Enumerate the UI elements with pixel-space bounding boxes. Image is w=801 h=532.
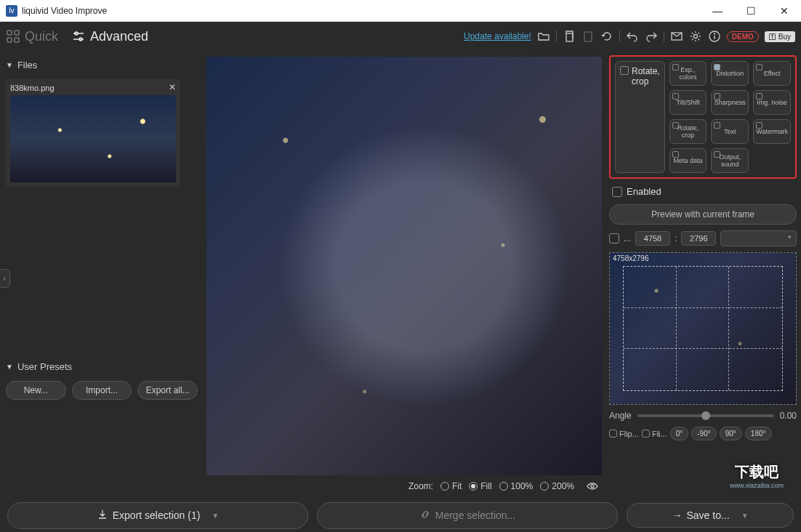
aspect-dropdown[interactable] (720, 230, 797, 246)
file-name: 838kmo.png (10, 84, 176, 92)
minimize-button[interactable]: — (701, 0, 734, 22)
module-img-noise[interactable]: Img. noise (753, 90, 791, 115)
aspect-lock-checkbox[interactable] (609, 233, 619, 243)
chevron-down-icon: ▼ (6, 363, 13, 371)
presets-header-label: User Presets (17, 361, 72, 372)
svg-point-15 (591, 485, 594, 488)
mode-advanced-tab[interactable]: Advanced (71, 29, 148, 44)
module-main-label: Rotate, crop (632, 66, 660, 86)
info-icon[interactable] (708, 30, 721, 43)
zoom-200-option[interactable]: 200% (540, 481, 574, 491)
maximize-button[interactable]: ☐ (734, 0, 768, 22)
zoom-fill-option[interactable]: Fill (469, 481, 491, 491)
key-icon: ⚿ (769, 33, 776, 41)
preset-new-button[interactable]: New... (6, 381, 66, 400)
file-card[interactable]: 838kmo.png ✕ ≡ (6, 79, 180, 187)
reset-icon[interactable] (600, 30, 613, 43)
export-label: Export selection (1) (113, 509, 201, 521)
rotate-90-button[interactable]: 90° (720, 427, 742, 440)
crop-preview[interactable]: 4758x2796 (609, 252, 797, 405)
files-header[interactable]: ▼ Files (6, 57, 198, 73)
mode-quick-tab[interactable]: Quick (6, 29, 58, 44)
module-effect[interactable]: Effect (753, 61, 791, 86)
grid-icon (6, 29, 20, 44)
checkbox-icon (612, 187, 622, 197)
file-remove-icon[interactable]: ✕ (169, 82, 176, 92)
angle-row: Angle 0.00 (609, 411, 797, 421)
flip-h-toggle[interactable]: Flip... (609, 430, 639, 438)
height-input[interactable]: 2796 (681, 231, 716, 246)
buy-label: Buy (778, 33, 791, 41)
window-title: liquivid Video Improve (22, 6, 107, 16)
link-icon (419, 509, 431, 523)
flip-v-toggle[interactable]: Fli... (642, 430, 667, 438)
sliders-icon (71, 29, 86, 44)
preset-export-button[interactable]: Export all... (137, 381, 198, 400)
rotate-180-button[interactable]: 180° (745, 427, 772, 440)
crop-dimensions-label: 4758x2796 (613, 254, 649, 262)
module-text[interactable]: Text (711, 119, 749, 144)
module-output-sound[interactable]: Output, sound (711, 148, 749, 173)
preview-frame-button[interactable]: Preview with current frame (609, 204, 797, 225)
app-icon: lv (6, 5, 17, 17)
main-preview[interactable] (206, 57, 602, 475)
undo-icon[interactable] (626, 30, 639, 43)
width-input[interactable]: 4758 (635, 231, 670, 246)
enabled-toggle[interactable]: Enabled (609, 185, 797, 198)
preset-import-button[interactable]: Import... (72, 381, 132, 400)
svg-rect-1 (15, 31, 19, 35)
left-panel: ▼ Files 838kmo.png ✕ ≡ ▼ User Presets Ne… (0, 51, 204, 499)
mode-advanced-label: Advanced (90, 29, 148, 44)
module-watermark[interactable]: Watermark (753, 119, 791, 144)
module-meta-data[interactable]: Meta data (669, 148, 707, 173)
right-panel: Rotate, crop Exp., colors Distortion Eff… (605, 51, 801, 499)
mail-icon[interactable] (670, 30, 683, 43)
save-label: Save to... (686, 509, 729, 521)
svg-point-11 (693, 35, 697, 39)
merge-selection-button[interactable]: Merge selection... (317, 502, 618, 529)
angle-value: 0.00 (780, 411, 797, 421)
bottom-bar: Export selection (1) ▼ Merge selection..… (0, 499, 801, 532)
mode-quick-label: Quick (25, 29, 58, 44)
chevron-down-icon: ▼ (6, 61, 13, 69)
zoom-fit-option[interactable]: Fit (440, 481, 462, 491)
zoom-controls: Zoom: Fit Fill 100% 200% (206, 475, 602, 493)
titlebar: lv liquivid Video Improve — ☐ ✕ (0, 0, 801, 22)
file-thumbnail (10, 95, 176, 182)
angle-slider[interactable] (637, 414, 774, 417)
close-button[interactable]: ✕ (768, 0, 801, 22)
module-sharpness[interactable]: Sharpness (711, 90, 749, 115)
svg-point-14 (714, 33, 715, 34)
zoom-label: Zoom: (408, 481, 433, 491)
module-distortion[interactable]: Distortion (711, 61, 749, 86)
module-rotate-crop[interactable]: Rotate, crop (669, 119, 707, 144)
module-tilt-shift[interactable]: Tilt/Shift (669, 90, 707, 115)
update-available-link[interactable]: Update available! (464, 31, 531, 41)
rotate-minus90-button[interactable]: -90° (691, 427, 716, 440)
crop-grid-overlay (623, 266, 783, 391)
module-grid: Rotate, crop Exp., colors Distortion Eff… (609, 55, 797, 179)
module-exp-colors[interactable]: Exp., colors (669, 61, 707, 86)
chevron-down-icon: ▼ (212, 512, 219, 520)
redo-icon[interactable] (645, 30, 658, 43)
export-selection-button[interactable]: Export selection (1) ▼ (7, 502, 308, 529)
rotate-0-button[interactable]: 0° (670, 427, 689, 440)
module-main-rotate-crop[interactable]: Rotate, crop (615, 61, 665, 173)
dim-separator: : (675, 233, 677, 243)
left-edge-tab[interactable]: ‹ (0, 269, 10, 288)
dimensions-row: ... 4758 : 2796 (609, 230, 797, 246)
open-folder-icon[interactable] (537, 30, 550, 43)
presets-header[interactable]: ▼ User Presets (6, 358, 198, 375)
enabled-label: Enabled (627, 186, 661, 197)
gear-icon[interactable] (689, 30, 702, 43)
paste-icon[interactable] (581, 30, 595, 43)
buy-button[interactable]: ⚿ Buy (765, 31, 795, 42)
zoom-100-option[interactable]: 100% (499, 481, 534, 491)
angle-label: Angle (609, 411, 632, 421)
svg-rect-8 (566, 33, 573, 41)
eye-icon[interactable] (586, 480, 599, 493)
demo-badge: DEMO (727, 31, 759, 42)
save-to-button[interactable]: → Save to... ▼ (627, 503, 794, 528)
merge-label: Merge selection... (435, 509, 516, 521)
copy-icon[interactable] (563, 30, 576, 43)
